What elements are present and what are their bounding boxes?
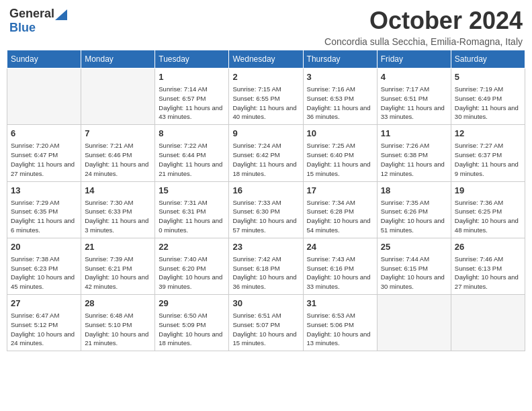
- day-number: 15: [159, 185, 225, 197]
- calendar-day-cell: 28Sunrise: 6:48 AMSunset: 5:10 PMDayligh…: [81, 295, 155, 351]
- day-number: 3: [307, 71, 373, 83]
- day-number: 10: [307, 128, 373, 140]
- month-title: October 2024: [324, 7, 523, 35]
- calendar-day-cell: 14Sunrise: 7:30 AMSunset: 6:33 PMDayligh…: [81, 181, 155, 238]
- day-info: Sunrise: 7:36 AMSunset: 6:25 PMDaylight:…: [455, 198, 521, 235]
- day-info: Sunrise: 7:22 AMSunset: 6:44 PMDaylight:…: [159, 141, 225, 178]
- day-number: 9: [232, 128, 299, 140]
- calendar-day-cell: 29Sunrise: 6:50 AMSunset: 5:09 PMDayligh…: [155, 295, 229, 351]
- day-number: 2: [232, 71, 299, 83]
- day-number: 28: [85, 298, 151, 310]
- day-info: Sunrise: 7:39 AMSunset: 6:21 PMDaylight:…: [85, 255, 151, 291]
- day-info: Sunrise: 6:48 AMSunset: 5:10 PMDaylight:…: [85, 311, 151, 348]
- day-info: Sunrise: 7:44 AMSunset: 6:15 PMDaylight:…: [381, 255, 447, 291]
- day-info: Sunrise: 7:27 AMSunset: 6:37 PMDaylight:…: [455, 141, 521, 178]
- day-number: 12: [455, 128, 521, 140]
- calendar-day-cell: [451, 295, 525, 351]
- day-info: Sunrise: 7:34 AMSunset: 6:28 PMDaylight:…: [307, 198, 373, 235]
- calendar-day-cell: 20Sunrise: 7:38 AMSunset: 6:23 PMDayligh…: [7, 238, 81, 294]
- title-section: October 2024 Concordia sulla Secchia, Em…: [324, 7, 523, 47]
- calendar-day-cell: 8Sunrise: 7:22 AMSunset: 6:44 PMDaylight…: [155, 125, 229, 181]
- day-number: 7: [85, 128, 151, 140]
- weekday-header-cell: Friday: [377, 50, 451, 68]
- calendar-day-cell: 15Sunrise: 7:31 AMSunset: 6:31 PMDayligh…: [155, 181, 229, 238]
- day-info: Sunrise: 6:53 AMSunset: 5:06 PMDaylight:…: [307, 311, 373, 348]
- day-info: Sunrise: 6:50 AMSunset: 5:09 PMDaylight:…: [159, 311, 225, 348]
- day-info: Sunrise: 7:24 AMSunset: 6:42 PMDaylight:…: [232, 141, 299, 178]
- day-number: 18: [381, 185, 447, 197]
- day-info: Sunrise: 7:31 AMSunset: 6:31 PMDaylight:…: [159, 198, 225, 235]
- calendar-day-cell: 26Sunrise: 7:46 AMSunset: 6:13 PMDayligh…: [451, 238, 525, 294]
- day-info: Sunrise: 7:20 AMSunset: 6:47 PMDaylight:…: [11, 141, 77, 178]
- calendar-table: SundayMondayTuesdayWednesdayThursdayFrid…: [7, 50, 525, 351]
- day-number: 20: [11, 241, 77, 253]
- weekday-header-cell: Tuesday: [155, 50, 229, 68]
- calendar-day-cell: 18Sunrise: 7:35 AMSunset: 6:26 PMDayligh…: [377, 181, 451, 238]
- calendar-day-cell: 11Sunrise: 7:26 AMSunset: 6:38 PMDayligh…: [377, 125, 451, 181]
- day-info: Sunrise: 7:38 AMSunset: 6:23 PMDaylight:…: [11, 255, 77, 291]
- calendar-day-cell: 9Sunrise: 7:24 AMSunset: 6:42 PMDaylight…: [229, 125, 303, 181]
- calendar-day-cell: [81, 68, 155, 125]
- weekday-header-cell: Monday: [81, 50, 155, 68]
- calendar-day-cell: 6Sunrise: 7:20 AMSunset: 6:47 PMDaylight…: [7, 125, 81, 181]
- calendar-day-cell: 19Sunrise: 7:36 AMSunset: 6:25 PMDayligh…: [451, 181, 525, 238]
- calendar-week-row: 13Sunrise: 7:29 AMSunset: 6:35 PMDayligh…: [7, 181, 525, 238]
- calendar-day-cell: 2Sunrise: 7:15 AMSunset: 6:55 PMDaylight…: [229, 68, 303, 125]
- calendar-day-cell: [377, 295, 451, 351]
- calendar-day-cell: 13Sunrise: 7:29 AMSunset: 6:35 PMDayligh…: [7, 181, 81, 238]
- weekday-header-cell: Wednesday: [229, 50, 303, 68]
- day-number: 24: [307, 241, 373, 253]
- calendar-day-cell: 10Sunrise: 7:25 AMSunset: 6:40 PMDayligh…: [303, 125, 377, 181]
- day-number: 1: [159, 71, 225, 83]
- day-info: Sunrise: 6:47 AMSunset: 5:12 PMDaylight:…: [11, 311, 77, 348]
- calendar-day-cell: 31Sunrise: 6:53 AMSunset: 5:06 PMDayligh…: [303, 295, 377, 351]
- calendar-body: 1Sunrise: 7:14 AMSunset: 6:57 PMDaylight…: [7, 68, 525, 351]
- day-info: Sunrise: 7:35 AMSunset: 6:26 PMDaylight:…: [381, 198, 447, 235]
- calendar-day-cell: 4Sunrise: 7:17 AMSunset: 6:51 PMDaylight…: [377, 68, 451, 125]
- logo: General Blue: [9, 7, 67, 35]
- day-info: Sunrise: 7:17 AMSunset: 6:51 PMDaylight:…: [381, 85, 447, 122]
- day-number: 26: [455, 241, 521, 253]
- day-number: 17: [307, 185, 373, 197]
- location-subtitle: Concordia sulla Secchia, Emilia-Romagna,…: [324, 36, 523, 47]
- calendar-day-cell: 12Sunrise: 7:27 AMSunset: 6:37 PMDayligh…: [451, 125, 525, 181]
- day-info: Sunrise: 7:40 AMSunset: 6:20 PMDaylight:…: [159, 255, 225, 291]
- day-info: Sunrise: 6:51 AMSunset: 5:07 PMDaylight:…: [232, 311, 299, 348]
- day-number: 30: [232, 298, 299, 310]
- calendar-week-row: 1Sunrise: 7:14 AMSunset: 6:57 PMDaylight…: [7, 68, 525, 125]
- weekday-header-cell: Saturday: [451, 50, 525, 68]
- calendar-day-cell: 22Sunrise: 7:40 AMSunset: 6:20 PMDayligh…: [155, 238, 229, 294]
- weekday-header-row: SundayMondayTuesdayWednesdayThursdayFrid…: [7, 50, 525, 68]
- calendar-week-row: 20Sunrise: 7:38 AMSunset: 6:23 PMDayligh…: [7, 238, 525, 294]
- calendar-day-cell: 23Sunrise: 7:42 AMSunset: 6:18 PMDayligh…: [229, 238, 303, 294]
- day-number: 27: [11, 298, 77, 310]
- day-info: Sunrise: 7:19 AMSunset: 6:49 PMDaylight:…: [455, 85, 521, 122]
- calendar-day-cell: 30Sunrise: 6:51 AMSunset: 5:07 PMDayligh…: [229, 295, 303, 351]
- day-number: 11: [381, 128, 447, 140]
- day-number: 21: [85, 241, 151, 253]
- calendar-day-cell: 1Sunrise: 7:14 AMSunset: 6:57 PMDaylight…: [155, 68, 229, 125]
- day-info: Sunrise: 7:25 AMSunset: 6:40 PMDaylight:…: [307, 141, 373, 178]
- svg-marker-0: [55, 9, 67, 20]
- calendar-day-cell: 7Sunrise: 7:21 AMSunset: 6:46 PMDaylight…: [81, 125, 155, 181]
- day-info: Sunrise: 7:33 AMSunset: 6:30 PMDaylight:…: [232, 198, 299, 235]
- day-number: 8: [159, 128, 225, 140]
- logo-blue-text: Blue: [9, 21, 36, 34]
- day-info: Sunrise: 7:46 AMSunset: 6:13 PMDaylight:…: [455, 255, 521, 291]
- day-number: 6: [11, 128, 77, 140]
- weekday-header-cell: Thursday: [303, 50, 377, 68]
- calendar-day-cell: 27Sunrise: 6:47 AMSunset: 5:12 PMDayligh…: [7, 295, 81, 351]
- calendar-day-cell: 21Sunrise: 7:39 AMSunset: 6:21 PMDayligh…: [81, 238, 155, 294]
- day-info: Sunrise: 7:21 AMSunset: 6:46 PMDaylight:…: [85, 141, 151, 178]
- day-info: Sunrise: 7:26 AMSunset: 6:38 PMDaylight:…: [381, 141, 447, 178]
- day-info: Sunrise: 7:29 AMSunset: 6:35 PMDaylight:…: [11, 198, 77, 235]
- calendar-day-cell: 5Sunrise: 7:19 AMSunset: 6:49 PMDaylight…: [451, 68, 525, 125]
- day-number: 4: [381, 71, 447, 83]
- calendar-day-cell: 25Sunrise: 7:44 AMSunset: 6:15 PMDayligh…: [377, 238, 451, 294]
- day-info: Sunrise: 7:43 AMSunset: 6:16 PMDaylight:…: [307, 255, 373, 291]
- day-number: 25: [381, 241, 447, 253]
- day-info: Sunrise: 7:15 AMSunset: 6:55 PMDaylight:…: [232, 85, 299, 122]
- day-number: 23: [232, 241, 299, 253]
- page-header: General Blue October 2024 Concordia sull…: [7, 7, 525, 47]
- day-number: 22: [159, 241, 225, 253]
